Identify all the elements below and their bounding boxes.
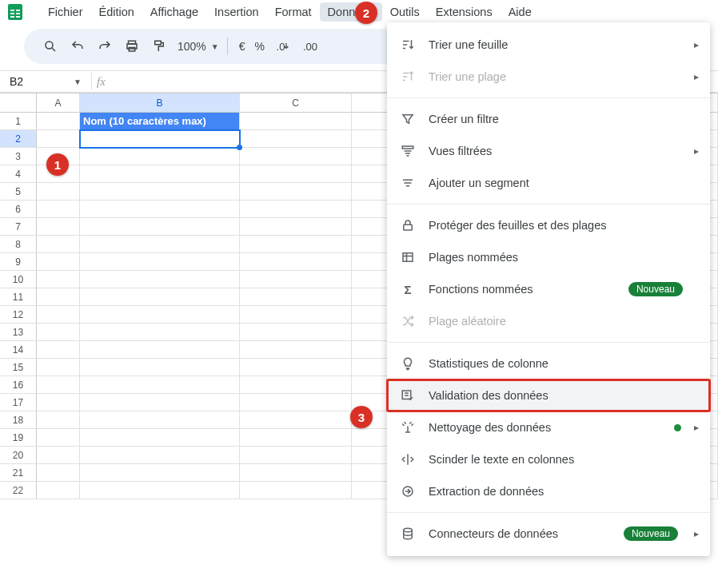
cell[interactable] [240, 201, 352, 218]
menu-stats-colonne[interactable]: Statistiques de colonne [387, 348, 710, 379]
select-all-corner[interactable] [0, 93, 37, 113]
cell[interactable] [240, 482, 352, 499]
row-header[interactable]: 1 [0, 113, 37, 130]
cell[interactable] [240, 447, 352, 464]
cell[interactable] [80, 201, 240, 218]
cell[interactable] [37, 253, 80, 271]
menu-ajouter-segment[interactable]: Ajouter un segment [387, 167, 710, 199]
increase-decimal-icon[interactable]: .00 [298, 34, 322, 58]
row-header[interactable]: 6 [0, 201, 37, 218]
cell[interactable] [37, 236, 80, 253]
menu-plages-nommees[interactable]: Plages nommées [387, 241, 710, 273]
cell[interactable] [37, 341, 80, 359]
cell[interactable] [240, 411, 352, 429]
row-header[interactable]: 11 [0, 288, 37, 306]
cell[interactable] [37, 394, 80, 411]
paint-format-icon[interactable] [147, 34, 171, 58]
row-header[interactable]: 15 [0, 359, 37, 376]
cell[interactable] [80, 271, 240, 288]
print-icon[interactable] [120, 34, 144, 58]
cell[interactable]: Nom (10 caractères max) [80, 113, 240, 130]
menu-scinder[interactable]: Scinder le texte en colonnes [387, 443, 710, 475]
cell[interactable] [80, 183, 240, 201]
cell[interactable] [240, 148, 352, 165]
cell[interactable] [37, 324, 80, 341]
cell[interactable] [240, 218, 352, 236]
menu-fonctions-nommees[interactable]: Σ Fonctions nommées Nouveau [387, 273, 710, 305]
row-header[interactable]: 16 [0, 376, 37, 394]
cell[interactable] [37, 359, 80, 376]
menu-insertion[interactable]: Insertion [206, 2, 267, 22]
row-header[interactable]: 22 [0, 482, 37, 499]
row-header[interactable]: 19 [0, 429, 37, 447]
cell[interactable] [37, 201, 80, 218]
cell[interactable] [240, 376, 352, 394]
currency-format-button[interactable]: € [236, 40, 249, 53]
zoom-select[interactable]: 100% ▼ [174, 40, 219, 53]
cell[interactable] [80, 376, 240, 394]
cell[interactable] [37, 429, 80, 447]
menu-nettoyage[interactable]: Nettoyage des données ▸ [387, 411, 710, 443]
cell[interactable] [80, 218, 240, 236]
cell[interactable] [80, 165, 240, 183]
row-header[interactable]: 12 [0, 306, 37, 324]
menu-extraction[interactable]: Extraction de données [387, 475, 710, 507]
row-header[interactable]: 18 [0, 411, 37, 429]
cell[interactable] [80, 253, 240, 271]
cell[interactable] [80, 464, 240, 482]
cell[interactable] [240, 429, 352, 447]
menu-validation-donnees[interactable]: Validation des données [387, 379, 710, 411]
cell[interactable] [37, 482, 80, 499]
percent-format-button[interactable]: % [252, 40, 268, 53]
cell[interactable] [37, 306, 80, 324]
row-header[interactable]: 2 [0, 130, 37, 148]
col-header-a[interactable]: A [37, 93, 80, 113]
cell[interactable] [37, 464, 80, 482]
menu-format[interactable]: Format [267, 2, 320, 22]
menu-fichier[interactable]: Fichier [40, 2, 91, 22]
cell[interactable] [240, 165, 352, 183]
cell[interactable] [80, 236, 240, 253]
cell[interactable] [80, 324, 240, 341]
cell[interactable] [240, 271, 352, 288]
cell[interactable] [80, 411, 240, 429]
row-header[interactable]: 21 [0, 464, 37, 482]
menu-proteger[interactable]: Protéger des feuilles et des plages [387, 209, 710, 241]
cell[interactable] [240, 394, 352, 411]
row-header[interactable]: 20 [0, 447, 37, 464]
col-header-c[interactable]: C [240, 93, 352, 113]
cell[interactable] [37, 130, 80, 148]
menu-connecteurs[interactable]: Connecteurs de données Nouveau ▸ [387, 518, 710, 550]
cell[interactable] [37, 288, 80, 306]
cell[interactable] [37, 411, 80, 429]
cell[interactable] [80, 429, 240, 447]
cell[interactable] [80, 482, 240, 499]
menu-vues-filtrees[interactable]: Vues filtrées ▸ [387, 135, 710, 167]
fill-handle[interactable] [237, 145, 242, 150]
menu-creer-filtre[interactable]: Créer un filtre [387, 103, 710, 135]
cell[interactable] [240, 236, 352, 253]
cell[interactable] [37, 376, 80, 394]
cell[interactable] [240, 464, 352, 482]
cell[interactable] [80, 306, 240, 324]
row-header[interactable]: 13 [0, 324, 37, 341]
row-header[interactable]: 3 [0, 148, 37, 165]
cell[interactable] [80, 359, 240, 376]
menu-outils[interactable]: Outils [382, 2, 428, 22]
cell[interactable] [80, 447, 240, 464]
row-header[interactable]: 5 [0, 183, 37, 201]
cell[interactable] [240, 288, 352, 306]
cell[interactable] [240, 359, 352, 376]
row-header[interactable]: 4 [0, 165, 37, 183]
cell[interactable] [37, 271, 80, 288]
cell[interactable] [37, 183, 80, 201]
undo-icon[interactable] [66, 34, 90, 58]
sheets-logo-icon[interactable] [5, 2, 26, 22]
decrease-decimal-icon[interactable]: .0 [271, 34, 295, 58]
row-header[interactable]: 9 [0, 253, 37, 271]
cell[interactable] [80, 394, 240, 411]
row-header[interactable]: 8 [0, 236, 37, 253]
cell[interactable] [240, 183, 352, 201]
cell[interactable] [240, 324, 352, 341]
cell[interactable] [80, 341, 240, 359]
